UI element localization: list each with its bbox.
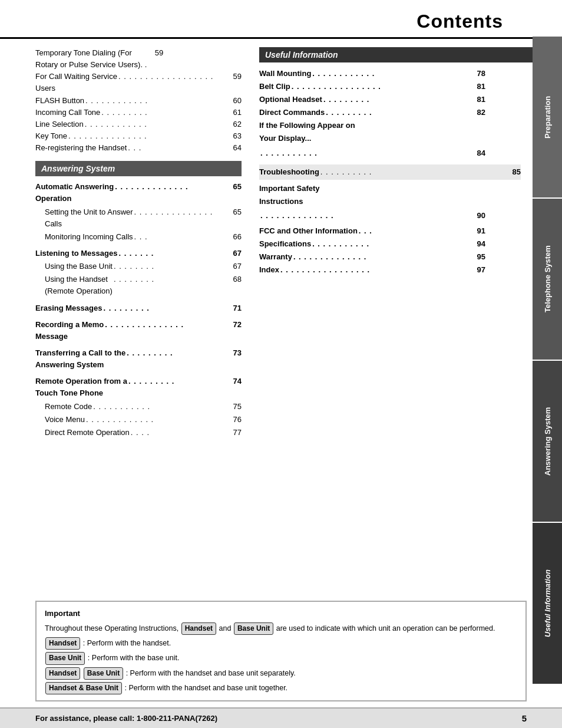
toc-page: 81 <box>477 93 485 106</box>
useful-info-header: Useful Information <box>259 47 556 62</box>
toc-text: Warranty <box>259 251 292 263</box>
toc-text: Using the Base Unit <box>45 261 113 272</box>
toc-listening: Listening to Messages . . . . . . . 67 <box>35 248 242 259</box>
toc-row-key-tone: Key Tone . . . . . . . . . . . . . . . 6… <box>35 130 242 142</box>
toc-dots: . . . . . . . . . <box>102 302 233 314</box>
imp-row-both-together: Handset & Base Unit : Perform with the h… <box>45 682 517 694</box>
toc-page: 73 <box>233 347 242 359</box>
answering-system-header: Answering System <box>35 161 242 176</box>
answering-toc: Automatic AnsweringOperation . . . . . .… <box>35 181 242 439</box>
toc-page: 74 <box>233 375 242 387</box>
base-unit-badge-intro: Base Unit <box>234 622 273 635</box>
toc-page: 76 <box>233 414 242 426</box>
toc-row-flash: FLASH Button . . . . . . . . . . . . 60 <box>35 95 242 107</box>
toc-text: Wall Mounting <box>259 67 311 80</box>
toc-dots: . . . . . . . . . <box>322 93 477 106</box>
toc-dots: . . . . . . . . . . . . . . . <box>67 130 233 142</box>
toc-page: 94 <box>477 238 485 251</box>
toc-dots: . . . . . . . . <box>113 274 233 285</box>
toc-page: 75 <box>233 401 242 413</box>
important-box: Important Throughout these Operating Ins… <box>35 601 527 701</box>
toc-page: 97 <box>477 263 485 276</box>
sidebar-tab-preparation[interactable]: Preparation <box>533 35 562 197</box>
footer-support-text: For assistance, please call: 1-800-211-P… <box>35 714 217 723</box>
toc-row-line-sel: Line Selection . . . . . . . . . . . . 6… <box>35 118 242 130</box>
imp-row-handset: Handset : Perform with the handset. <box>45 637 517 650</box>
toc-monitoring: Monitoring Incoming Calls . . . 66 <box>35 231 242 243</box>
toc-dots: . . . . . . . . . . . . . . . . . . <box>117 71 233 83</box>
toc-page: 60 <box>233 95 242 107</box>
toc-page: 62 <box>233 118 242 130</box>
toc-page: 59 <box>233 71 242 83</box>
toc-page: 67 <box>233 261 242 272</box>
toc-page: 59 <box>147 47 163 59</box>
sidebar-tab-telephone[interactable]: Telephone System <box>533 197 562 360</box>
toc-text: Line Selection <box>35 118 84 130</box>
toc-dots: . . . . . . . . . . . . . <box>85 414 233 426</box>
useful-toc: Wall Mounting . . . . . . . . . . . . 78… <box>259 67 556 276</box>
imp-row-base: Base Unit : Perform with the base unit. <box>45 652 517 664</box>
intro-text: Throughout these Operating Instructions, <box>45 624 178 633</box>
toc-setting-unit: Setting the Unit to AnswerCalls . . . . … <box>35 206 242 230</box>
toc-page: 66 <box>233 231 242 243</box>
toc-dots: . . . . . . . . . . . <box>259 147 477 160</box>
intro-end-text: are used to indicate with which unit an … <box>276 624 495 633</box>
toc-recording-memo: Recording a MemoMessage . . . . . . . . … <box>35 319 242 342</box>
toc-page: 84 <box>477 147 485 160</box>
toc-text: Using the Handset(Remote Operation) <box>45 274 113 297</box>
toc-if-following: If the Following Appear onYour Display..… <box>259 119 521 145</box>
important-intro: Throughout these Operating Instructions,… <box>45 622 517 635</box>
toc-text: Temporary Tone Dialing (ForRotary or Pul… <box>35 47 147 71</box>
toc-page: 82 <box>477 106 485 119</box>
toc-auto-answer: Automatic AnsweringOperation . . . . . .… <box>35 181 242 205</box>
toc-voice-menu: Voice Menu . . . . . . . . . . . . . 76 <box>35 414 242 426</box>
toc-dots: . . . . . . . . . . . . . . <box>292 251 477 263</box>
toc-dots: . . . . . . . . . . . . <box>311 67 477 80</box>
toc-text: Erasing Messages <box>35 302 102 314</box>
page-container: Contents Preparation Telephone System An… <box>0 0 562 728</box>
toc-dots: . . . . . . . . . <box>125 347 233 359</box>
toc-text: Incoming Call Tone <box>35 107 100 118</box>
sidebar-tabs: Preparation Telephone System Answering S… <box>533 35 562 684</box>
toc-dots: . . . . . . . . . . . . . . . . . <box>279 263 477 276</box>
and-text: and <box>219 624 232 633</box>
toc-dots: . . . . . . . . . . <box>319 166 513 179</box>
toc-handset-remote: Using the Handset(Remote Operation) . . … <box>35 274 242 297</box>
toc-text: Recording a MemoMessage <box>35 319 104 342</box>
toc-page: 95 <box>477 251 485 263</box>
toc-direct-commands: Direct Commands . . . . . . . . . 82 <box>259 106 521 119</box>
toc-page: 91 <box>477 225 485 238</box>
toc-text: Re-registering the Handset <box>35 142 127 154</box>
title-bar: Contents <box>0 0 562 39</box>
toc-page: 61 <box>233 107 242 118</box>
toc-remote-code: Remote Code . . . . . . . . . . . 75 <box>35 401 242 413</box>
toc-index: Index . . . . . . . . . . . . . . . . . … <box>259 263 521 276</box>
toc-page: 71 <box>233 302 242 314</box>
base-unit-badge-1: Base Unit <box>45 652 85 664</box>
sidebar-tab-answering[interactable]: Answering System <box>533 360 562 522</box>
toc-dots: . . . . . . . . . . . . <box>84 95 233 107</box>
imp-row-text-2: : Perform with the base unit. <box>88 654 180 662</box>
toc-text: Listening to Messages <box>35 248 117 259</box>
left-column: Temporary Tone Dialing (ForRotary or Pul… <box>0 39 253 595</box>
footer-page-number: 5 <box>522 713 527 723</box>
toc-text: For Call Waiting ServiceUsers <box>35 71 117 94</box>
toc-safety-page: . . . . . . . . . . . . . . 90 <box>259 209 521 222</box>
toc-page: 72 <box>233 319 242 331</box>
toc-if-following-page: . . . . . . . . . . . 84 <box>259 147 521 160</box>
toc-dots: . . . <box>133 231 233 243</box>
toc-page: 77 <box>233 427 242 439</box>
toc-dots: . . . . . . . . . <box>100 107 233 118</box>
toc-dots: . . . . . . . . <box>113 261 233 272</box>
imp-row-text-1: : Perform with the handset. <box>83 639 171 647</box>
toc-dots: . . . . . . . . . . . . . . . <box>104 319 233 331</box>
intro-toc: Temporary Tone Dialing (ForRotary or Pul… <box>35 47 242 154</box>
footer: For assistance, please call: 1-800-211-P… <box>0 707 562 728</box>
toc-text: Troubleshooting <box>259 166 319 179</box>
toc-text: If the Following Appear onYour Display..… <box>259 119 485 145</box>
toc-warranty: Warranty . . . . . . . . . . . . . . 95 <box>259 251 521 263</box>
toc-dots: . . . . . . . . . <box>127 375 233 387</box>
sidebar-tab-useful[interactable]: Useful Information <box>533 522 562 684</box>
toc-text: Voice Menu <box>45 414 85 426</box>
imp-row-text-4: : Perform with the handset and base unit… <box>125 684 288 692</box>
